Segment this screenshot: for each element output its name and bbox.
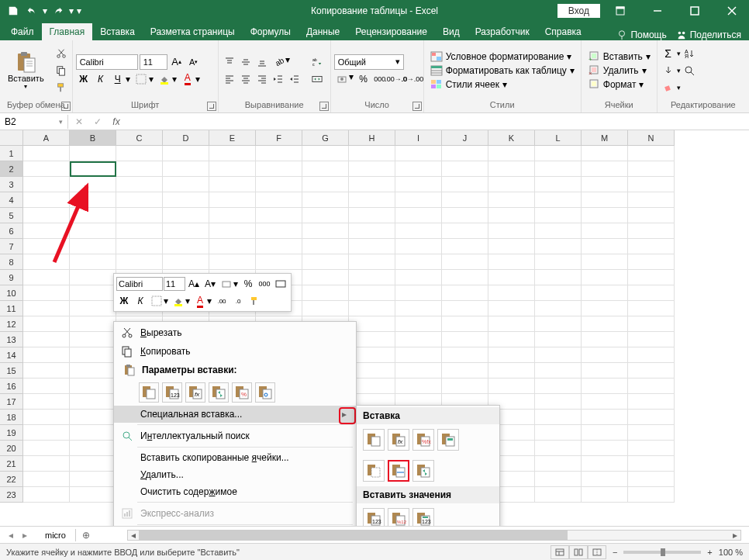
mini-italic[interactable]: К bbox=[133, 293, 148, 309]
cell[interactable] bbox=[628, 456, 675, 472]
sub-paste-column-widths[interactable] bbox=[388, 460, 409, 482]
fx-button[interactable]: fx bbox=[109, 115, 124, 129]
row-header[interactable]: 2 bbox=[0, 161, 23, 177]
qat-customize[interactable]: ▾ bbox=[76, 5, 82, 16]
cell[interactable] bbox=[582, 301, 628, 316]
cell[interactable] bbox=[209, 208, 256, 223]
cell[interactable] bbox=[23, 301, 70, 316]
cell[interactable] bbox=[395, 270, 442, 285]
column-header[interactable]: I bbox=[395, 130, 442, 146]
cell[interactable] bbox=[442, 239, 488, 254]
cell[interactable] bbox=[582, 177, 628, 192]
mini-fill-color[interactable] bbox=[171, 293, 186, 309]
ctx-clear[interactable]: Очистить содержимое bbox=[114, 483, 356, 500]
column-header[interactable]: G bbox=[302, 130, 349, 146]
cell[interactable] bbox=[582, 425, 628, 441]
fill-dropdown[interactable]: ▾ bbox=[172, 74, 178, 85]
sheet-tab[interactable]: micro bbox=[36, 529, 76, 541]
row-header[interactable]: 19 bbox=[0, 425, 23, 441]
mini-dec-decimal[interactable]: .0 bbox=[230, 293, 246, 309]
ctx-copy[interactable]: Копировать bbox=[114, 342, 356, 361]
orientation-button[interactable]: ab bbox=[271, 54, 286, 70]
cell[interactable] bbox=[70, 254, 116, 270]
cell[interactable] bbox=[349, 301, 395, 316]
cell[interactable] bbox=[302, 177, 349, 192]
cell[interactable] bbox=[628, 394, 675, 410]
cell[interactable] bbox=[535, 270, 582, 285]
row-header[interactable]: 17 bbox=[0, 394, 23, 410]
font-color-dropdown[interactable]: ▾ bbox=[195, 74, 202, 85]
cell[interactable] bbox=[582, 161, 628, 177]
cell[interactable] bbox=[535, 425, 582, 441]
cancel-formula-button[interactable]: ✕ bbox=[71, 115, 87, 129]
number-format-select[interactable]: Общий▾ bbox=[334, 54, 404, 70]
cell[interactable] bbox=[70, 472, 116, 487]
mini-borders[interactable] bbox=[149, 293, 164, 309]
bold-button[interactable]: Ж bbox=[76, 71, 91, 87]
cell[interactable] bbox=[23, 394, 70, 410]
tab-home[interactable]: Главная bbox=[42, 23, 93, 40]
cell[interactable] bbox=[349, 239, 395, 254]
cell[interactable] bbox=[23, 456, 70, 472]
cell[interactable] bbox=[70, 239, 116, 254]
cell[interactable] bbox=[70, 223, 116, 239]
cell[interactable] bbox=[582, 316, 628, 332]
paste-values-option[interactable]: 123 bbox=[162, 382, 182, 403]
increase-font-button[interactable]: A▴ bbox=[169, 54, 185, 70]
sub-paste-formulas-number[interactable]: %fx bbox=[412, 429, 434, 451]
login-button[interactable]: Вход bbox=[557, 4, 600, 18]
cell[interactable] bbox=[628, 161, 675, 177]
row-header[interactable]: 11 bbox=[0, 301, 23, 316]
cell[interactable] bbox=[582, 208, 628, 223]
italic-button[interactable]: К bbox=[93, 71, 109, 87]
cell[interactable] bbox=[535, 223, 582, 239]
mini-bold[interactable]: Ж bbox=[116, 293, 132, 309]
cell[interactable] bbox=[395, 347, 442, 363]
cell[interactable] bbox=[349, 161, 395, 177]
cell[interactable] bbox=[302, 254, 349, 270]
cell[interactable] bbox=[349, 223, 395, 239]
cell[interactable] bbox=[395, 239, 442, 254]
cell[interactable] bbox=[163, 146, 209, 161]
cell[interactable] bbox=[582, 270, 628, 285]
row-header[interactable]: 16 bbox=[0, 379, 23, 394]
cell[interactable] bbox=[70, 316, 116, 332]
format-cells-button[interactable]: Формат ▾ bbox=[585, 78, 654, 91]
cell[interactable] bbox=[23, 192, 70, 208]
cell[interactable] bbox=[582, 285, 628, 301]
cell[interactable] bbox=[116, 254, 163, 270]
cell[interactable] bbox=[488, 379, 535, 394]
cell[interactable] bbox=[256, 208, 302, 223]
ctx-smart-lookup[interactable]: Интеллектуальный поиск bbox=[114, 427, 356, 445]
row-header[interactable]: 12 bbox=[0, 316, 23, 332]
fill-color-button[interactable] bbox=[157, 71, 172, 87]
column-header[interactable]: F bbox=[256, 130, 302, 146]
mini-font-color[interactable]: A bbox=[192, 293, 208, 309]
cell[interactable] bbox=[628, 425, 675, 441]
cell[interactable] bbox=[628, 347, 675, 363]
row-header[interactable]: 20 bbox=[0, 441, 23, 456]
cell[interactable] bbox=[628, 254, 675, 270]
align-left-button[interactable] bbox=[222, 71, 237, 87]
font-color-button[interactable]: A bbox=[180, 71, 195, 87]
cell[interactable] bbox=[535, 146, 582, 161]
tell-me-button[interactable]: Помощь bbox=[616, 29, 666, 40]
increase-indent-button[interactable] bbox=[287, 71, 302, 87]
cell[interactable] bbox=[23, 239, 70, 254]
ctx-delete[interactable]: Удалить... bbox=[114, 466, 356, 483]
cell[interactable] bbox=[395, 223, 442, 239]
mini-font-name[interactable] bbox=[116, 277, 163, 291]
maximize-button[interactable] bbox=[678, 0, 712, 22]
cell[interactable] bbox=[628, 177, 675, 192]
alignment-launcher[interactable] bbox=[319, 102, 329, 111]
cell[interactable] bbox=[209, 177, 256, 192]
cell[interactable] bbox=[442, 177, 488, 192]
cell[interactable] bbox=[256, 223, 302, 239]
paste-formulas-option[interactable]: fx bbox=[185, 382, 205, 403]
cell[interactable] bbox=[23, 425, 70, 441]
cell[interactable] bbox=[70, 487, 116, 503]
delete-cells-button[interactable]: ×Удалить ▾ bbox=[585, 64, 654, 77]
mini-font-size[interactable] bbox=[164, 277, 185, 291]
cell[interactable] bbox=[628, 301, 675, 316]
orientation-dropdown[interactable]: ▾ bbox=[285, 54, 292, 70]
